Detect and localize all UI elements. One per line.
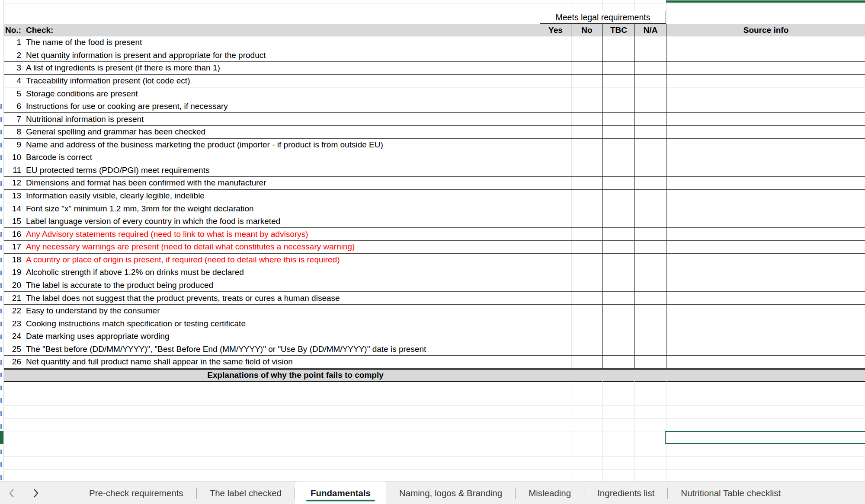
sheet-tab-naming-logos-branding[interactable]: Naming, logos & Branding bbox=[386, 482, 515, 504]
yes-answer-cell[interactable] bbox=[540, 126, 571, 139]
tbc-answer-cell[interactable] bbox=[603, 279, 635, 292]
tbc-answer-cell[interactable] bbox=[603, 202, 635, 215]
no-answer-cell[interactable] bbox=[571, 241, 603, 254]
no-answer-cell[interactable] bbox=[571, 202, 603, 215]
sheet-tab-ingredients-list[interactable]: Ingredients list bbox=[584, 482, 667, 504]
na-answer-cell[interactable] bbox=[635, 177, 666, 190]
na-answer-cell[interactable] bbox=[635, 292, 666, 305]
no-answer-cell[interactable] bbox=[571, 254, 603, 267]
yes-answer-cell[interactable] bbox=[540, 177, 571, 190]
na-answer-cell[interactable] bbox=[635, 126, 666, 139]
yes-answer-cell[interactable] bbox=[540, 190, 571, 203]
no-answer-cell[interactable] bbox=[571, 139, 603, 152]
no-answer-cell[interactable] bbox=[571, 177, 603, 190]
na-answer-cell[interactable] bbox=[635, 330, 666, 343]
no-answer-cell[interactable] bbox=[571, 305, 603, 318]
na-answer-cell[interactable] bbox=[635, 49, 666, 62]
no-answer-cell[interactable] bbox=[571, 343, 603, 356]
no-answer-cell[interactable] bbox=[571, 113, 603, 126]
source-info-cell[interactable] bbox=[666, 126, 865, 139]
yes-answer-cell[interactable] bbox=[540, 87, 571, 100]
no-answer-cell[interactable] bbox=[571, 356, 603, 369]
no-answer-cell[interactable] bbox=[571, 36, 603, 49]
yes-answer-cell[interactable] bbox=[540, 279, 571, 292]
tbc-answer-cell[interactable] bbox=[603, 113, 635, 126]
source-info-cell[interactable] bbox=[666, 317, 865, 330]
na-answer-cell[interactable] bbox=[635, 279, 666, 292]
tbc-answer-cell[interactable] bbox=[603, 317, 635, 330]
source-info-cell[interactable] bbox=[666, 228, 865, 241]
selected-cell[interactable] bbox=[665, 431, 865, 444]
source-info-cell[interactable] bbox=[666, 113, 865, 126]
na-answer-cell[interactable] bbox=[635, 113, 666, 126]
source-info-cell[interactable] bbox=[666, 190, 865, 203]
yes-answer-cell[interactable] bbox=[540, 100, 571, 113]
yes-answer-cell[interactable] bbox=[540, 317, 571, 330]
tbc-answer-cell[interactable] bbox=[603, 241, 635, 254]
na-answer-cell[interactable] bbox=[635, 75, 666, 88]
na-answer-cell[interactable] bbox=[635, 343, 666, 356]
source-info-cell[interactable] bbox=[666, 164, 865, 177]
no-answer-cell[interactable] bbox=[571, 49, 603, 62]
yes-answer-cell[interactable] bbox=[540, 228, 571, 241]
no-answer-cell[interactable] bbox=[571, 279, 603, 292]
na-answer-cell[interactable] bbox=[635, 139, 666, 152]
yes-answer-cell[interactable] bbox=[540, 343, 571, 356]
no-answer-cell[interactable] bbox=[571, 292, 603, 305]
tbc-answer-cell[interactable] bbox=[603, 305, 635, 318]
source-info-cell[interactable] bbox=[666, 151, 865, 164]
no-answer-cell[interactable] bbox=[571, 330, 603, 343]
source-info-cell[interactable] bbox=[666, 87, 865, 100]
na-answer-cell[interactable] bbox=[635, 317, 666, 330]
na-answer-cell[interactable] bbox=[635, 305, 666, 318]
yes-answer-cell[interactable] bbox=[540, 202, 571, 215]
sheet-tab-pre-check-requirements[interactable]: Pre-check requirements bbox=[76, 482, 196, 504]
source-info-cell[interactable] bbox=[666, 356, 865, 369]
no-answer-cell[interactable] bbox=[571, 100, 603, 113]
yes-answer-cell[interactable] bbox=[540, 164, 571, 177]
no-answer-cell[interactable] bbox=[571, 164, 603, 177]
yes-answer-cell[interactable] bbox=[540, 215, 571, 228]
no-answer-cell[interactable] bbox=[571, 126, 603, 139]
tbc-answer-cell[interactable] bbox=[603, 62, 635, 75]
yes-answer-cell[interactable] bbox=[540, 292, 571, 305]
tbc-answer-cell[interactable] bbox=[603, 151, 635, 164]
yes-answer-cell[interactable] bbox=[540, 241, 571, 254]
na-answer-cell[interactable] bbox=[635, 215, 666, 228]
yes-answer-cell[interactable] bbox=[540, 330, 571, 343]
na-answer-cell[interactable] bbox=[635, 202, 666, 215]
source-info-cell[interactable] bbox=[666, 305, 865, 318]
source-info-cell[interactable] bbox=[666, 75, 865, 88]
sheet-tab-the-label-checked[interactable]: The label checked bbox=[197, 482, 295, 504]
na-answer-cell[interactable] bbox=[635, 151, 666, 164]
source-info-cell[interactable] bbox=[666, 343, 865, 356]
na-answer-cell[interactable] bbox=[635, 87, 666, 100]
yes-answer-cell[interactable] bbox=[540, 49, 571, 62]
source-info-cell[interactable] bbox=[666, 36, 865, 49]
no-answer-cell[interactable] bbox=[571, 266, 603, 279]
tbc-answer-cell[interactable] bbox=[603, 266, 635, 279]
tbc-answer-cell[interactable] bbox=[603, 126, 635, 139]
prev-sheet-button[interactable] bbox=[5, 486, 18, 501]
source-info-cell[interactable] bbox=[666, 100, 865, 113]
na-answer-cell[interactable] bbox=[635, 190, 666, 203]
source-info-cell[interactable] bbox=[666, 266, 865, 279]
yes-answer-cell[interactable] bbox=[540, 305, 571, 318]
tbc-answer-cell[interactable] bbox=[603, 139, 635, 152]
tbc-answer-cell[interactable] bbox=[603, 254, 635, 267]
source-info-cell[interactable] bbox=[666, 62, 865, 75]
tbc-answer-cell[interactable] bbox=[603, 215, 635, 228]
yes-answer-cell[interactable] bbox=[540, 266, 571, 279]
yes-answer-cell[interactable] bbox=[540, 356, 571, 369]
tbc-answer-cell[interactable] bbox=[603, 100, 635, 113]
tbc-answer-cell[interactable] bbox=[603, 49, 635, 62]
no-answer-cell[interactable] bbox=[571, 215, 603, 228]
na-answer-cell[interactable] bbox=[635, 266, 666, 279]
source-info-cell[interactable] bbox=[666, 139, 865, 152]
tbc-answer-cell[interactable] bbox=[603, 190, 635, 203]
source-info-cell[interactable] bbox=[666, 202, 865, 215]
no-answer-cell[interactable] bbox=[571, 317, 603, 330]
tbc-answer-cell[interactable] bbox=[603, 164, 635, 177]
yes-answer-cell[interactable] bbox=[540, 36, 571, 49]
source-info-cell[interactable] bbox=[666, 292, 865, 305]
